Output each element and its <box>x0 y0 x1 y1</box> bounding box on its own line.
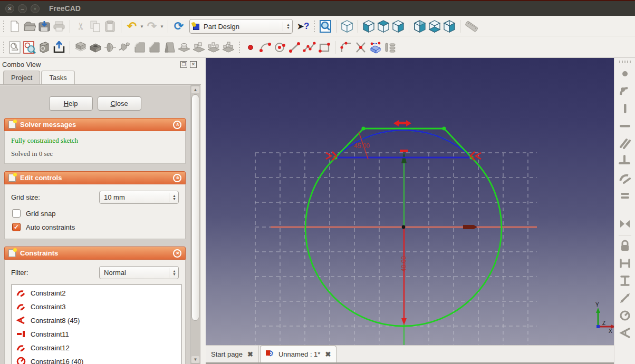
filter-spinner[interactable]: ▲▼ <box>169 268 176 278</box>
list-item[interactable]: Constraint3 <box>12 300 181 313</box>
tab-project[interactable]: Project <box>3 71 40 84</box>
list-item[interactable]: Constraint8 (45) <box>12 313 181 327</box>
rear-view-button[interactable] <box>412 19 427 34</box>
toolbar-grip[interactable] <box>619 61 631 63</box>
groove-button[interactable] <box>118 40 132 55</box>
map-sketch-button[interactable] <box>37 40 52 55</box>
chamfer-button[interactable] <box>147 40 162 55</box>
collapse-icon[interactable]: » <box>173 249 181 258</box>
paste-button[interactable] <box>103 19 118 34</box>
sketch-trim-tool[interactable] <box>353 40 368 55</box>
print-button[interactable] <box>52 19 66 34</box>
new-document-button[interactable] <box>7 19 22 34</box>
undo-button[interactable]: ↶ <box>124 19 139 34</box>
lock-constraint-button[interactable] <box>618 239 632 253</box>
list-item[interactable]: Constraint16 (40) <box>12 355 181 364</box>
undo-dropdown-arrow[interactable]: ▼ <box>139 20 145 33</box>
polar-pattern-button[interactable] <box>206 40 221 55</box>
workbench-spinner[interactable]: ▲▼ <box>283 22 290 31</box>
close-tab-icon[interactable]: ✖ <box>325 350 331 358</box>
auto-constraints-checkbox[interactable]: ✓ <box>12 223 21 231</box>
scroll-up-icon[interactable]: ▲ <box>191 86 199 93</box>
close-button[interactable]: Close <box>98 96 141 111</box>
sketch-line-tool[interactable] <box>287 40 302 55</box>
toolbar-grip[interactable] <box>2 42 5 53</box>
grid-size-spinner[interactable]: ▲▼ <box>169 193 176 202</box>
top-view-button[interactable] <box>376 19 391 34</box>
list-item[interactable]: Constraint12 <box>12 341 181 355</box>
window-minimize-button[interactable]: – <box>18 4 27 13</box>
edit-sketch-button[interactable] <box>22 40 37 55</box>
symmetric-constraint-button[interactable] <box>618 217 632 231</box>
constraints-header[interactable]: Constraints » <box>4 247 186 260</box>
constraint-list[interactable]: Constraint2 Constraint3 Constraint8 (45)… <box>11 284 182 364</box>
tab-tasks[interactable]: Tasks <box>41 71 74 84</box>
sketch-viewport[interactable]: 45.00 40.00 Y Z X <box>206 58 614 345</box>
construction-mode-toggle[interactable] <box>383 40 398 55</box>
refresh-button[interactable]: ⟳ <box>171 19 186 34</box>
sketch-fillet-tool[interactable] <box>339 40 353 55</box>
toolbar-grip[interactable] <box>313 21 316 32</box>
revolution-button[interactable] <box>103 40 118 55</box>
vertical-constraint-button[interactable] <box>618 102 632 115</box>
perpendicular-constraint-button[interactable] <box>618 154 632 168</box>
help-button[interactable]: Help <box>49 96 93 111</box>
angle-constraint-button[interactable] <box>618 326 632 340</box>
redo-button[interactable]: ↷ <box>145 19 159 34</box>
list-item[interactable]: Constraint2 <box>12 286 181 300</box>
left-view-button[interactable] <box>442 19 457 34</box>
collapse-icon[interactable]: » <box>173 174 181 182</box>
equal-constraint-button[interactable] <box>618 189 632 202</box>
sketch-arc-tool[interactable] <box>258 40 273 55</box>
window-maximize-button[interactable]: ▫ <box>31 4 40 13</box>
list-item[interactable]: Constraint11 <box>12 327 181 341</box>
edit-controls-header[interactable]: Edit controls » <box>4 171 186 184</box>
multitransform-button[interactable] <box>221 40 236 55</box>
length-dimension-text[interactable]: 40.00 <box>400 256 408 272</box>
redo-dropdown-arrow[interactable]: ▼ <box>159 20 165 33</box>
bottom-view-button[interactable] <box>427 19 442 34</box>
parallel-constraint-button[interactable] <box>618 136 632 150</box>
constraint-filter-combobox[interactable]: Normal ▲▼ <box>99 266 179 279</box>
radius-constraint-button[interactable] <box>618 309 632 322</box>
linear-pattern-button[interactable] <box>191 40 206 55</box>
point-on-object-button[interactable] <box>618 84 632 98</box>
window-close-button[interactable]: ✕ <box>5 4 14 13</box>
front-view-button[interactable] <box>361 19 376 34</box>
open-document-button[interactable] <box>22 19 37 34</box>
scrollbar-thumb[interactable] <box>191 94 199 321</box>
right-view-button[interactable] <box>391 19 406 34</box>
horizontal-distance-button[interactable] <box>618 257 632 270</box>
toolbar-grip[interactable] <box>2 21 5 32</box>
grid-size-spinbox[interactable]: 10 mm ▲▼ <box>99 191 179 204</box>
panel-scrollbar[interactable]: ▲ ▼ <box>190 85 200 364</box>
new-sketch-button[interactable] <box>7 40 22 55</box>
copy-button[interactable] <box>88 19 103 34</box>
grid-snap-checkbox[interactable] <box>12 209 21 218</box>
coincident-constraint-button[interactable] <box>618 67 632 81</box>
fit-all-button[interactable] <box>318 19 333 34</box>
vertical-distance-button[interactable] <box>618 274 632 288</box>
axonometric-view-button[interactable] <box>340 19 354 34</box>
draft-button[interactable] <box>162 40 177 55</box>
whats-this-button[interactable]: ➤? <box>296 19 311 34</box>
external-geometry-tool[interactable] <box>368 40 383 55</box>
measure-button[interactable] <box>464 19 478 34</box>
panel-close-icon[interactable]: ✕ <box>190 61 197 68</box>
tangent-constraint-button[interactable] <box>618 171 632 185</box>
horizontal-constraint-button[interactable] <box>618 119 632 133</box>
cut-button[interactable]: ✂ <box>73 19 88 34</box>
sketch-polyline-tool[interactable] <box>302 40 317 55</box>
solver-messages-header[interactable]: Solver messages » <box>4 118 186 131</box>
mirrored-feature-button[interactable] <box>177 40 191 55</box>
tab-unnamed-document[interactable]: ⚙ Unnamed : 1* ✖ <box>260 346 336 362</box>
scroll-down-icon[interactable]: ▼ <box>191 356 199 363</box>
close-tab-icon[interactable]: ✖ <box>247 350 253 358</box>
pad-button[interactable] <box>73 40 88 55</box>
toolbar-grip[interactable] <box>238 42 241 53</box>
tab-start-page[interactable]: Start page ✖ <box>206 346 259 362</box>
panel-float-icon[interactable]: ❐ <box>180 61 187 68</box>
fillet-button[interactable] <box>132 40 147 55</box>
sketch-rectangle-tool[interactable] <box>317 40 332 55</box>
save-button[interactable] <box>37 19 52 34</box>
